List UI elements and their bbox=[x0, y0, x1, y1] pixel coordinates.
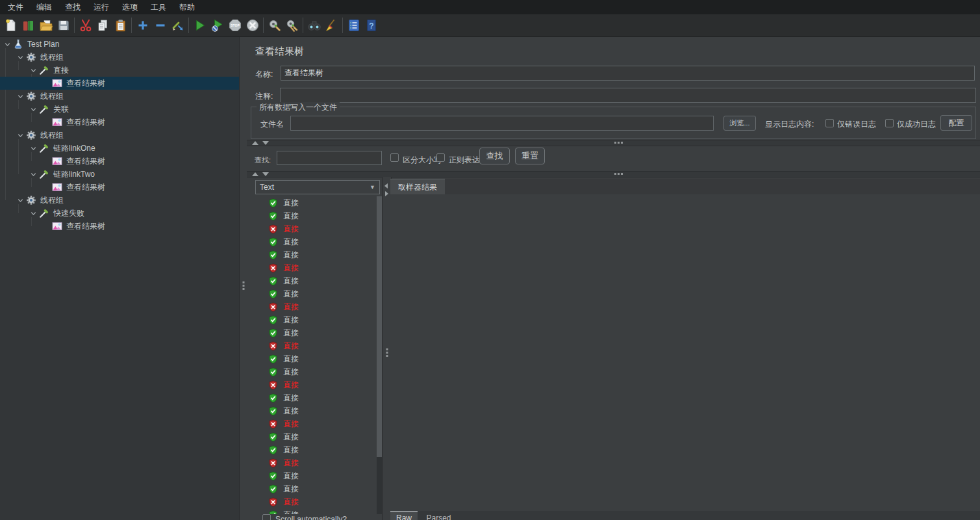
tree-node[interactable]: 查看结果树 bbox=[0, 181, 239, 194]
chevron-down-icon[interactable] bbox=[27, 143, 39, 153]
toggle-icon[interactable] bbox=[169, 16, 186, 34]
result-item[interactable]: 直接 bbox=[255, 469, 377, 482]
browse-button[interactable]: 浏览... bbox=[723, 116, 756, 131]
chevron-down-icon[interactable] bbox=[1, 39, 13, 49]
remove-icon[interactable] bbox=[151, 16, 169, 34]
tree-node[interactable]: 快速失败 bbox=[0, 207, 239, 220]
chevron-down-icon[interactable] bbox=[27, 65, 39, 75]
result-item[interactable]: 直接 bbox=[255, 222, 377, 235]
start-icon[interactable] bbox=[191, 16, 208, 34]
result-item[interactable]: 直接 bbox=[255, 248, 377, 261]
success-only-checkbox[interactable] bbox=[885, 119, 894, 127]
tree-node[interactable]: 线程组 bbox=[0, 129, 239, 142]
menu-item[interactable]: 运行 bbox=[87, 0, 116, 15]
templates-icon[interactable] bbox=[19, 16, 37, 34]
errors-only-checkbox[interactable] bbox=[825, 119, 834, 127]
tab-parsed[interactable]: Parsed bbox=[420, 512, 457, 520]
result-item[interactable]: 直接 bbox=[255, 274, 377, 287]
result-item[interactable]: 直接 bbox=[255, 313, 377, 326]
chevron-down-icon[interactable] bbox=[27, 169, 39, 179]
result-item[interactable]: 直接 bbox=[255, 404, 377, 417]
filename-input[interactable] bbox=[290, 116, 714, 131]
result-item[interactable]: 直接 bbox=[255, 391, 377, 404]
tree-node[interactable]: Test Plan bbox=[0, 38, 239, 51]
tree-node[interactable]: 查看结果树 bbox=[0, 77, 239, 90]
splitter-collapse-up-icon[interactable] bbox=[252, 141, 258, 145]
result-item[interactable]: 直接 bbox=[255, 339, 377, 352]
result-item[interactable]: 直接 bbox=[255, 443, 377, 456]
tab-raw[interactable]: Raw bbox=[390, 511, 418, 520]
result-item[interactable]: 直接 bbox=[255, 352, 377, 365]
new-file-icon[interactable] bbox=[2, 16, 19, 34]
paste-icon[interactable] bbox=[112, 16, 129, 34]
configure-button[interactable]: 配置 bbox=[940, 115, 972, 131]
chevron-down-icon[interactable] bbox=[14, 130, 26, 140]
scrollbar-thumb[interactable] bbox=[377, 196, 382, 457]
chevron-down-icon[interactable] bbox=[27, 104, 39, 114]
splitter-collapse-right-icon[interactable] bbox=[385, 191, 388, 196]
open-icon[interactable] bbox=[37, 16, 55, 34]
result-item[interactable]: 直接 bbox=[255, 365, 377, 378]
save-icon[interactable] bbox=[55, 16, 72, 34]
chevron-down-icon[interactable] bbox=[14, 52, 26, 62]
regex-checkbox[interactable] bbox=[436, 153, 445, 162]
splitter-collapse-down-icon[interactable] bbox=[262, 141, 269, 145]
view-mode-select[interactable]: Text ▼ bbox=[255, 180, 380, 194]
lower-splitter[interactable] bbox=[247, 171, 980, 177]
splitter-collapse-left-icon[interactable] bbox=[384, 183, 388, 188]
result-item[interactable]: 直接 bbox=[255, 417, 377, 430]
scroll-automatically-checkbox[interactable] bbox=[262, 514, 271, 520]
tab-sampler-result[interactable]: 取样器结果 bbox=[390, 179, 445, 195]
chevron-down-icon[interactable] bbox=[27, 208, 39, 218]
tree-node[interactable]: 查看结果树 bbox=[0, 155, 239, 168]
clear-search-icon[interactable] bbox=[323, 16, 340, 34]
tree-node[interactable]: 链路linkTwo bbox=[0, 168, 239, 181]
result-item[interactable]: 直接 bbox=[255, 495, 377, 508]
result-item[interactable]: 直接 bbox=[255, 456, 377, 469]
tree-node[interactable]: 线程组 bbox=[0, 51, 239, 64]
results-scrollbar[interactable] bbox=[377, 196, 382, 514]
cut-icon[interactable] bbox=[77, 16, 94, 34]
reset-button[interactable]: 重置 bbox=[515, 148, 545, 164]
result-item[interactable]: 直接 bbox=[255, 209, 377, 222]
chevron-down-icon[interactable] bbox=[14, 91, 26, 101]
chevron-down-icon[interactable] bbox=[14, 195, 26, 205]
result-item[interactable]: 直接 bbox=[255, 430, 377, 443]
menu-item[interactable]: 编辑 bbox=[30, 0, 58, 15]
name-input[interactable] bbox=[281, 66, 975, 81]
result-item[interactable]: 直接 bbox=[255, 287, 377, 300]
add-icon[interactable] bbox=[134, 16, 151, 34]
result-item[interactable]: 直接 bbox=[255, 300, 377, 313]
menu-item[interactable]: 帮助 bbox=[173, 0, 201, 15]
menu-item[interactable]: 查找 bbox=[58, 0, 87, 15]
tree-node[interactable]: 直接 bbox=[0, 64, 239, 77]
search-input[interactable] bbox=[277, 151, 382, 165]
tree-node[interactable]: 线程组 bbox=[0, 90, 239, 103]
upper-splitter[interactable] bbox=[247, 140, 980, 146]
comment-input[interactable] bbox=[280, 88, 976, 103]
result-item[interactable]: 直接 bbox=[255, 235, 377, 248]
tree-node[interactable]: 链路linkOne bbox=[0, 142, 239, 155]
help-icon[interactable]: ? bbox=[362, 16, 380, 34]
tree-node[interactable]: 关联 bbox=[0, 103, 239, 116]
tree-node[interactable]: 查看结果树 bbox=[0, 116, 239, 129]
search-icon[interactable] bbox=[305, 16, 323, 34]
result-item[interactable]: 直接 bbox=[255, 378, 377, 391]
start-no-timers-icon[interactable] bbox=[208, 16, 226, 34]
tree-node[interactable]: 查看结果树 bbox=[0, 220, 239, 233]
menu-item[interactable]: 工具 bbox=[144, 0, 173, 15]
splitter-collapse-up-icon[interactable] bbox=[252, 172, 258, 176]
result-item[interactable]: 直接 bbox=[255, 196, 377, 209]
find-button[interactable]: 查找 bbox=[479, 148, 510, 164]
menu-item[interactable]: 文件 bbox=[1, 0, 30, 15]
clear-all-icon[interactable] bbox=[283, 16, 301, 34]
splitter-collapse-down-icon[interactable] bbox=[262, 172, 269, 176]
case-sensitive-checkbox[interactable] bbox=[390, 153, 399, 162]
result-item[interactable]: 直接 bbox=[255, 482, 377, 495]
result-item[interactable]: 直接 bbox=[255, 326, 377, 339]
result-item[interactable]: 直接 bbox=[255, 261, 377, 274]
copy-icon[interactable] bbox=[94, 16, 112, 34]
menu-item[interactable]: 选项 bbox=[116, 0, 144, 15]
clear-icon[interactable] bbox=[266, 16, 283, 34]
tree-node[interactable]: 线程组 bbox=[0, 194, 239, 207]
